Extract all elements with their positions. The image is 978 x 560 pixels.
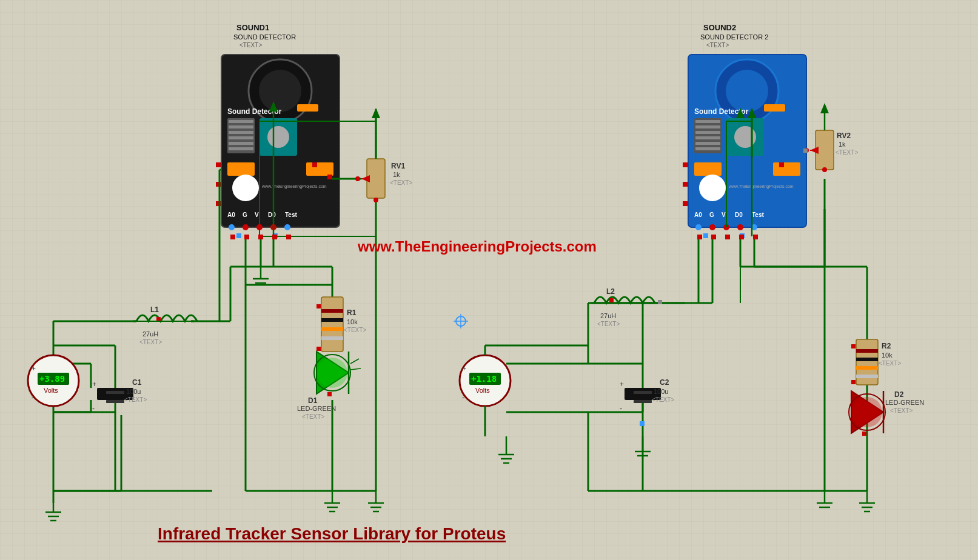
svg-point-25 [229,224,235,230]
svg-rect-5 [297,104,318,112]
svg-text:G: G [243,212,247,218]
svg-rect-10 [229,131,253,134]
svg-rect-287 [230,235,235,239]
svg-rect-248 [851,344,856,348]
svg-rect-46 [695,125,720,128]
svg-point-263 [852,397,882,427]
svg-text:V: V [255,212,259,218]
svg-rect-54 [773,162,800,176]
svg-rect-30 [216,162,221,167]
svg-rect-69 [683,201,688,206]
svg-text:A0: A0 [227,212,235,218]
svg-rect-87 [327,175,332,179]
svg-point-52 [734,126,756,148]
svg-rect-16 [227,162,255,176]
svg-point-63 [709,224,715,230]
svg-text:<TEXT>: <TEXT> [652,396,674,403]
svg-rect-202 [634,391,652,394]
svg-point-29 [284,224,290,230]
svg-point-213 [355,176,360,181]
svg-rect-201 [634,400,652,403]
svg-point-15 [267,126,289,148]
svg-rect-48 [695,136,720,139]
svg-text:SOUND DETECTOR 2: SOUND DETECTOR 2 [700,33,768,41]
svg-text:R1: R1 [347,308,357,317]
svg-rect-233 [321,327,343,331]
svg-text:27uH: 27uH [142,330,158,338]
svg-rect-49 [695,142,720,145]
svg-rect-267 [862,432,866,436]
svg-rect-289 [258,235,263,239]
svg-rect-291 [286,235,291,239]
svg-text:L1: L1 [150,305,159,314]
svg-rect-33 [312,162,317,167]
svg-text:27uH: 27uH [600,312,616,319]
svg-text:RV1: RV1 [391,162,405,170]
svg-text:-: - [32,393,34,402]
svg-rect-249 [851,380,856,384]
svg-rect-242 [856,358,878,361]
svg-text:<TEXT>: <TEXT> [836,149,858,156]
svg-rect-230 [321,297,343,352]
svg-text:100u: 100u [126,388,141,395]
svg-text:G: G [709,212,714,218]
svg-rect-9 [229,125,253,128]
svg-rect-232 [321,318,343,322]
svg-point-228 [822,167,827,172]
svg-text:www.TheEngineeringProjects.com: www.TheEngineeringProjects.com [261,184,327,189]
svg-text:Test: Test [752,212,764,218]
svg-rect-50 [695,147,720,150]
svg-text:<TEXT>: <TEXT> [239,42,262,48]
svg-text:Volts: Volts [44,387,58,394]
svg-rect-70 [779,162,784,167]
svg-text:D0: D0 [735,212,743,218]
svg-point-26 [243,224,249,230]
svg-text:Volts: Volts [475,387,490,394]
svg-rect-296 [753,235,758,239]
svg-text:+: + [620,380,624,388]
svg-rect-229 [803,148,808,153]
svg-rect-180 [156,317,161,321]
svg-text:A0: A0 [694,212,702,218]
svg-text:D0: D0 [268,212,276,218]
svg-point-62 [695,224,702,230]
svg-text:-: - [462,393,464,402]
svg-text:SOUND2: SOUND2 [703,23,736,32]
svg-point-18 [232,175,259,201]
svg-text:RV2: RV2 [837,132,851,140]
svg-rect-243 [856,366,878,370]
svg-text:<TEXT>: <TEXT> [139,339,162,345]
svg-text:+1.18: +1.18 [471,374,497,384]
svg-rect-8 [229,120,253,123]
svg-rect-13 [229,147,253,150]
svg-text:<TEXT>: <TEXT> [124,396,147,403]
svg-rect-259 [327,392,332,396]
svg-text:+3.89: +3.89 [39,374,65,384]
svg-text:1k: 1k [839,141,846,148]
svg-rect-11 [229,136,253,139]
svg-rect-42 [764,104,785,112]
svg-rect-238 [317,304,321,308]
svg-rect-290 [272,235,277,239]
svg-text:SOUND1: SOUND1 [236,23,269,32]
svg-point-41 [726,70,768,112]
svg-point-253 [317,358,347,388]
svg-rect-187 [658,300,662,304]
svg-rect-1 [0,0,978,560]
svg-text:D1: D1 [308,396,318,405]
svg-rect-234 [321,336,343,340]
svg-rect-295 [739,235,744,239]
svg-rect-71 [703,233,708,238]
svg-rect-292 [697,235,702,239]
svg-text:+: + [92,380,96,388]
svg-text:<TEXT>: <TEXT> [879,360,901,367]
svg-text:<TEXT>: <TEXT> [706,42,729,48]
svg-text:10k: 10k [347,318,358,325]
svg-text:100u: 100u [654,388,668,395]
svg-text:L2: L2 [606,287,615,296]
svg-text:SOUND DETECTOR: SOUND DETECTOR [233,33,296,41]
svg-text:V: V [722,212,726,218]
footer-title: Infrared Tracker Sensor Library for Prot… [158,524,506,543]
svg-rect-244 [856,375,878,378]
svg-rect-53 [694,162,722,176]
